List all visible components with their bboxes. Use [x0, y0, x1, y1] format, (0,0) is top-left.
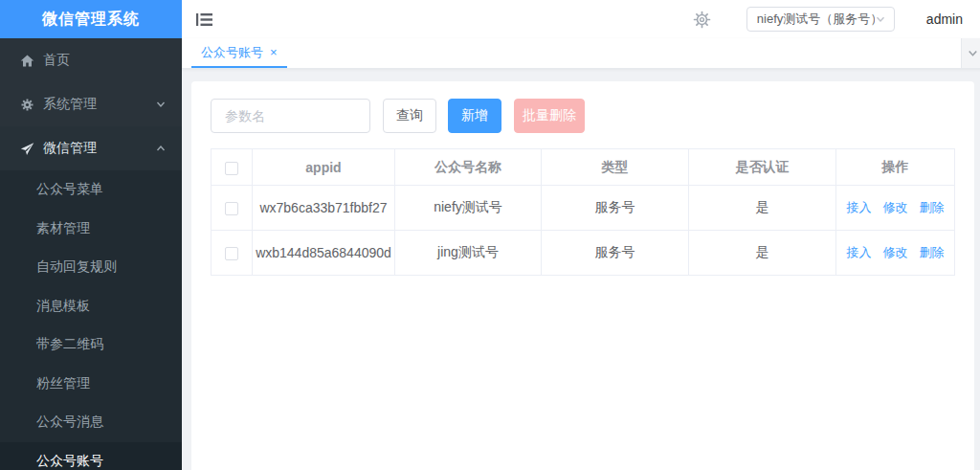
- submenu-label: 自动回复规则: [36, 258, 117, 276]
- chevron-down-icon: [875, 13, 886, 25]
- tabbar: 公众号账号 ×: [182, 38, 980, 69]
- checkbox-cell: [212, 186, 253, 231]
- submenu-label: 公众号账号: [36, 453, 103, 470]
- account-select-value: niefy测试号（服务号）: [757, 11, 875, 28]
- main-area: niefy测试号（服务号） admin 公众号账号 × 查询 新增 批量删除: [182, 0, 980, 470]
- sidebar-item-wechat[interactable]: 微信管理: [0, 126, 182, 170]
- appid-cell: wxb144d85a6844090d: [253, 231, 395, 276]
- account-select[interactable]: niefy测试号（服务号）: [746, 7, 895, 32]
- settings-gear-icon[interactable]: [693, 10, 712, 29]
- tab-official-account[interactable]: 公众号账号 ×: [191, 38, 287, 68]
- table-row: wx7b6ca33b71fbbf27 niefy测试号 服务号 是 接入 修改 …: [212, 186, 955, 231]
- column-header-type: 类型: [542, 149, 689, 186]
- gear-icon: [19, 97, 34, 112]
- delete-link[interactable]: 删除: [919, 200, 944, 214]
- sidebar-item-label: 首页: [43, 52, 167, 69]
- appid-cell: wx7b6ca33b71fbbf27: [253, 186, 395, 231]
- sidebar-item-official-msg[interactable]: 公众号消息: [0, 403, 182, 442]
- sidebar: 微信管理系统 首页 系统管理: [0, 0, 182, 470]
- actions-cell: 接入 修改 删除: [836, 231, 955, 276]
- sidebar-item-home[interactable]: 首页: [0, 38, 182, 82]
- username[interactable]: admin: [926, 11, 963, 27]
- column-header-appid: appid: [253, 149, 395, 186]
- tabbar-spacer: [287, 38, 961, 68]
- accounts-table: appid 公众号名称 类型 是否认证 操作 wx7b6ca33b71fbbf2…: [211, 148, 955, 276]
- connect-link[interactable]: 接入: [847, 200, 872, 214]
- sidebar-item-material[interactable]: 素材管理: [0, 210, 182, 249]
- submenu-label: 公众号菜单: [36, 181, 103, 198]
- sidebar-item-label: 微信管理: [43, 140, 155, 157]
- search-toolbar: 查询 新增 批量删除: [211, 99, 955, 133]
- row-checkbox[interactable]: [225, 202, 238, 215]
- verified-cell: 是: [689, 186, 836, 231]
- type-cell: 服务号: [542, 186, 689, 231]
- sidebar-item-system[interactable]: 系统管理: [0, 82, 182, 126]
- delete-link[interactable]: 删除: [919, 245, 944, 259]
- checkbox-cell: [212, 231, 253, 276]
- edit-link[interactable]: 修改: [883, 200, 908, 214]
- sidebar-item-auto-reply[interactable]: 自动回复规则: [0, 248, 182, 287]
- sidebar-item-official-menu[interactable]: 公众号菜单: [0, 170, 182, 210]
- tab-label: 公众号账号: [201, 44, 263, 61]
- submenu-label: 消息模板: [36, 298, 90, 315]
- edit-link[interactable]: 修改: [883, 245, 908, 259]
- sidebar-item-qrcode[interactable]: 带参二维码: [0, 325, 182, 365]
- content-area: 查询 新增 批量删除 appid 公众号名称 类型 是否认证 操作: [182, 69, 980, 470]
- search-input[interactable]: [211, 99, 370, 133]
- submenu-label: 带参二维码: [36, 336, 103, 353]
- chevron-up-icon: [155, 143, 167, 154]
- close-icon[interactable]: ×: [270, 46, 278, 58]
- submenu-label: 粉丝管理: [36, 375, 90, 392]
- verified-cell: 是: [689, 231, 836, 276]
- header-checkbox-cell: [212, 149, 253, 186]
- send-icon: [19, 141, 34, 156]
- row-checkbox[interactable]: [225, 247, 238, 260]
- connect-link[interactable]: 接入: [847, 245, 872, 259]
- chevron-down-icon: [967, 47, 979, 59]
- name-cell: jing测试号: [395, 231, 542, 276]
- select-all-checkbox[interactable]: [225, 162, 238, 175]
- table-row: wxb144d85a6844090d jing测试号 服务号 是 接入 修改 删…: [212, 231, 955, 276]
- sidebar-menu: 首页 系统管理: [0, 38, 182, 470]
- name-cell: niefy测试号: [395, 186, 542, 231]
- home-icon: [19, 53, 34, 68]
- hamburger-icon[interactable]: [196, 11, 213, 27]
- content-card: 查询 新增 批量删除 appid 公众号名称 类型 是否认证 操作: [191, 81, 974, 470]
- add-button[interactable]: 新增: [448, 99, 501, 133]
- sidebar-item-msg-template[interactable]: 消息模板: [0, 287, 182, 326]
- column-header-actions: 操作: [836, 149, 955, 186]
- submenu-label: 公众号消息: [36, 414, 103, 431]
- app-title: 微信管理系统: [0, 0, 182, 38]
- column-header-verified: 是否认证: [689, 149, 836, 186]
- actions-cell: 接入 修改 删除: [836, 186, 955, 231]
- chevron-down-icon: [155, 99, 167, 110]
- topbar: niefy测试号（服务号） admin: [182, 0, 980, 38]
- table-header-row: appid 公众号名称 类型 是否认证 操作: [212, 149, 955, 186]
- column-header-name: 公众号名称: [395, 149, 542, 186]
- sidebar-group-wechat: 微信管理 公众号菜单 素材管理 自动回复规则 消息模板 带参二维码 粉丝管理 公…: [0, 126, 182, 470]
- sidebar-submenu: 公众号菜单 素材管理 自动回复规则 消息模板 带参二维码 粉丝管理 公众号消息 …: [0, 170, 182, 470]
- sidebar-item-label: 系统管理: [43, 96, 155, 113]
- sidebar-item-official-account[interactable]: 公众号账号: [0, 442, 182, 470]
- batch-delete-button[interactable]: 批量删除: [514, 99, 585, 133]
- tab-options-button[interactable]: [961, 38, 980, 68]
- query-button[interactable]: 查询: [383, 99, 436, 133]
- type-cell: 服务号: [542, 231, 689, 276]
- sidebar-item-fans[interactable]: 粉丝管理: [0, 365, 182, 404]
- submenu-label: 素材管理: [36, 220, 90, 237]
